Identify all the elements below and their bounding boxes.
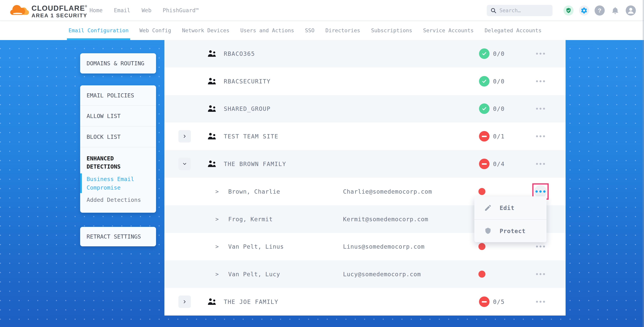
status-ok-icon <box>479 103 490 114</box>
sidebar-item-added-detections[interactable]: Added Detections <box>80 195 156 209</box>
member-count: 0/0 <box>493 50 505 57</box>
sidebar-label: RETRACT SETTINGS <box>86 233 141 240</box>
nav-email[interactable]: Email <box>114 7 130 13</box>
group-name: THE BROWN FAMILY <box>224 161 286 167</box>
group-name: THE JOE FAMILY <box>224 299 278 305</box>
group-name: SHARED_GROUP <box>224 105 271 112</box>
group-name: RBACO365 <box>224 50 255 57</box>
sidebar-policies-card: EMAIL POLICIES ALLOW LIST BLOCK LIST ENH… <box>80 85 156 213</box>
table-row-group: SHARED_GROUP 0/0 <box>164 95 566 123</box>
sidebar-item-retract-settings[interactable]: RETRACT SETTINGS <box>80 227 156 246</box>
table-row-group: TEST TEAM SITE 0/1 <box>164 122 566 150</box>
user-name: Van Pelt, Lucy <box>228 271 280 278</box>
bell-icon[interactable] <box>610 5 620 15</box>
group-icon <box>207 77 216 85</box>
nav-home[interactable]: Home <box>90 7 102 13</box>
table-row-group: THE BROWN FAMILY 0/4 <box>164 150 566 178</box>
member-count: 0/0 <box>493 78 505 85</box>
sidebar-label: EMAIL POLICIES <box>86 92 134 99</box>
row-actions-button[interactable] <box>536 50 545 57</box>
member-count: 0/4 <box>493 161 505 167</box>
chevron-right-icon <box>182 299 187 304</box>
row-actions-button[interactable] <box>536 160 545 168</box>
tab-web-config[interactable]: Web Config <box>140 21 171 40</box>
groups-table: RBACO365 0/0 RBACSECURITY 0/0 SHARED_GRO… <box>164 40 566 316</box>
nav-web[interactable]: Web <box>142 7 152 13</box>
help-icon[interactable]: ? <box>594 5 605 15</box>
tab-directories[interactable]: Directories <box>325 21 360 40</box>
expand-row-button[interactable] <box>178 130 191 142</box>
user-email: Lucy@somedemocorp.com <box>343 271 421 278</box>
expand-row-button[interactable] <box>178 296 191 308</box>
tab-sso[interactable]: SSO <box>305 21 314 40</box>
sidebar-item-allow-list[interactable]: ALLOW LIST <box>80 106 156 127</box>
nav-phishguard[interactable]: PhishGuard™ <box>163 7 199 13</box>
user-chevron: > <box>216 243 219 250</box>
logo-product: AREA 1 SECURITY <box>32 13 87 18</box>
user-email: Charlie@somedemocorp.com <box>343 188 432 195</box>
user-chevron: > <box>216 188 219 195</box>
row-actions-button[interactable] <box>536 270 545 278</box>
status-blocked-icon <box>479 159 490 169</box>
user-name: Frog, Kermit <box>228 216 273 222</box>
tab-subscriptions[interactable]: Subscriptions <box>371 21 412 40</box>
tab-email-configuration[interactable]: Email Configuration <box>68 21 128 40</box>
tab-users-and-actions[interactable]: Users and Actions <box>240 21 294 40</box>
group-icon <box>207 298 216 306</box>
app-header: CLOUDFLARE® AREA 1 SECURITY Home Email W… <box>0 0 644 21</box>
search-box[interactable] <box>487 5 552 16</box>
collapse-row-button[interactable] <box>178 158 191 170</box>
row-actions-button-active[interactable] <box>534 185 547 198</box>
group-icon <box>207 160 216 168</box>
group-icon <box>207 105 216 113</box>
sidebar-label: BLOCK LIST <box>86 134 121 140</box>
shield-icon <box>484 227 492 235</box>
status-blocked-icon <box>479 131 490 142</box>
row-actions-button[interactable] <box>536 77 545 85</box>
row-actions-button[interactable] <box>536 132 545 140</box>
sidebar-item-business-email-compromise[interactable]: Business Email Compromise <box>80 172 142 195</box>
logo-brand: CLOUDFLARE <box>32 4 85 12</box>
top-navigation: Home Email Web PhishGuard™ <box>90 0 199 21</box>
status-ok-icon <box>479 76 490 86</box>
menu-item-label: Edit <box>500 205 514 211</box>
sidebar-item-domains-routing[interactable]: DOMAINS & ROUTING <box>80 53 156 73</box>
sidebar-label: DOMAINS & ROUTING <box>86 60 144 67</box>
cloudflare-cloud-icon <box>10 3 29 17</box>
sidebar-label: ALLOW LIST <box>86 113 121 119</box>
search-icon <box>490 7 496 13</box>
vertical-scrollbar[interactable] <box>643 0 644 327</box>
status-ok-icon <box>479 48 490 59</box>
group-name: RBACSECURITY <box>224 78 271 85</box>
cloudflare-logo: CLOUDFLARE® AREA 1 SECURITY <box>10 3 87 18</box>
row-actions-button[interactable] <box>536 243 545 250</box>
sidebar-section-enhanced-detections[interactable]: ENHANCED DETECTIONS <box>80 147 142 172</box>
header-icons: ? <box>564 0 644 21</box>
section-tabs: Email Configuration Web Config Network D… <box>0 21 644 40</box>
tab-service-accounts[interactable]: Service Accounts <box>423 21 474 40</box>
logo-text: CLOUDFLARE® AREA 1 SECURITY <box>32 5 87 18</box>
row-actions-button[interactable] <box>536 298 545 306</box>
status-flagged-icon <box>478 271 486 278</box>
row-actions-button[interactable] <box>536 105 545 113</box>
status-blocked-icon <box>479 297 490 307</box>
shield-check-icon[interactable] <box>564 5 574 15</box>
help-glyph: ? <box>598 7 602 14</box>
tab-network-devices[interactable]: Network Devices <box>182 21 230 40</box>
group-icon <box>207 49 216 58</box>
registered-mark: ® <box>85 5 87 8</box>
table-row-group: RBACO365 0/0 <box>164 40 566 67</box>
sidebar-item-block-list[interactable]: BLOCK LIST <box>80 127 156 147</box>
menu-item-protect[interactable]: Protect <box>474 219 546 242</box>
settings-gear-icon[interactable] <box>579 5 589 15</box>
account-icon[interactable] <box>626 5 636 15</box>
pencil-icon <box>484 204 492 212</box>
search-input[interactable] <box>500 7 549 13</box>
user-chevron: > <box>216 216 219 222</box>
tab-delegated-accounts[interactable]: Delegated Accounts <box>485 21 542 40</box>
sidebar-item-email-policies[interactable]: EMAIL POLICIES <box>80 85 156 106</box>
user-email: Linus@somedemocorp.com <box>343 243 424 250</box>
menu-item-label: Protect <box>500 228 526 235</box>
group-name: TEST TEAM SITE <box>224 133 278 140</box>
menu-item-edit[interactable]: Edit <box>474 196 546 219</box>
